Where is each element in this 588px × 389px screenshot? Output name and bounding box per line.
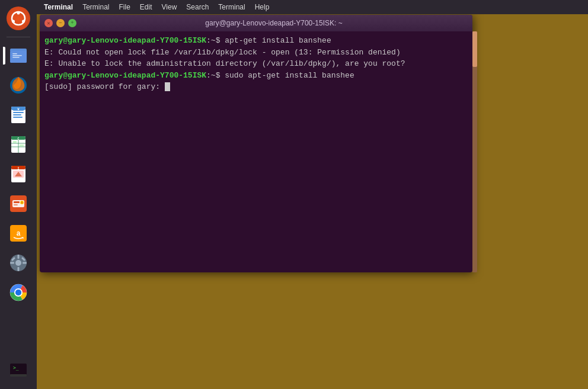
svg-rect-27: [13, 141, 17, 143]
svg-point-44: [15, 260, 21, 266]
terminal-cursor: [165, 82, 170, 91]
menu-item-terminal2[interactable]: Terminal: [213, 2, 250, 12]
taskbar: W C I: [0, 0, 37, 389]
svg-text:I: I: [17, 167, 19, 171]
taskbar-divider-1: [7, 37, 30, 37]
svg-text:W: W: [17, 108, 19, 111]
cmd-1: apt-get install banshee: [220, 36, 331, 45]
terminal-close-button[interactable]: ✕: [44, 19, 53, 27]
svg-rect-47: [10, 262, 14, 264]
amazon-icon: a: [8, 223, 29, 244]
terminal-scrollbar[interactable]: [472, 31, 477, 272]
svg-rect-17: [13, 114, 21, 115]
taskbar-icon-tools[interactable]: [5, 249, 32, 277]
terminal-line-5: [sudo] password for gary:: [44, 81, 468, 93]
svg-rect-48: [23, 262, 27, 264]
taskbar-icon-software[interactable]: A: [5, 190, 32, 217]
terminal-taskbar-icon: >_: [8, 360, 29, 381]
terminal-body[interactable]: gary@gary-Lenovo-ideapad-Y700-15ISK:~$ a…: [40, 31, 472, 272]
svg-point-1: [17, 12, 20, 15]
menu-item-edit[interactable]: Edit: [135, 2, 157, 12]
svg-rect-46: [18, 267, 20, 271]
terminal-maximize-button[interactable]: +: [68, 19, 76, 27]
svg-rect-18: [13, 117, 23, 118]
calc-icon: C: [8, 134, 29, 155]
menu-item-view[interactable]: View: [157, 2, 182, 12]
files-icon: [8, 45, 29, 66]
taskbar-icon-files[interactable]: [5, 42, 32, 69]
desktop: Terminal Terminal File Edit View Search …: [0, 0, 588, 389]
svg-text:A: A: [21, 201, 23, 205]
svg-rect-7: [12, 53, 17, 54]
svg-rect-28: [20, 144, 24, 146]
cmd-2: sudo apt-get install banshee: [220, 71, 354, 80]
terminal-line-1: gary@gary-Lenovo-ideapad-Y700-15ISK:~$ a…: [44, 35, 468, 47]
svg-rect-37: [14, 204, 18, 205]
terminal-scrollbar-thumb[interactable]: [472, 31, 477, 67]
chrome-icon: [8, 282, 29, 303]
firefox-icon: [8, 75, 29, 96]
taskbar-icon-firefox[interactable]: [5, 72, 32, 99]
terminal-line-2: E: Could not open lock file /var/lib/dpk…: [44, 47, 468, 59]
ubuntu-icon: [7, 7, 30, 30]
password-prompt-text: [sudo] password for gary:: [44, 82, 165, 91]
menu-item-search[interactable]: Search: [181, 2, 213, 12]
menu-bar: Terminal Terminal File Edit View Search …: [37, 0, 588, 14]
terminal-line-4: gary@gary-Lenovo-ideapad-Y700-15ISK:~$ s…: [44, 70, 468, 82]
prompt-symbol-1: :~$: [206, 36, 220, 45]
terminal-line-3: E: Unable to lock the administration dir…: [44, 58, 468, 70]
taskbar-icon-writer[interactable]: W: [5, 101, 32, 128]
taskbar-icon-calc[interactable]: C: [5, 131, 32, 158]
taskbar-icon-terminal[interactable]: >_: [5, 357, 32, 384]
svg-point-2: [12, 20, 15, 23]
ubuntu-logo-svg: [11, 11, 26, 26]
svg-rect-8: [12, 55, 22, 56]
svg-text:>_: >_: [13, 365, 19, 371]
software-icon: A: [8, 193, 29, 214]
writer-icon: W: [8, 104, 29, 126]
prompt-symbol-2: :~$: [206, 71, 220, 80]
svg-rect-16: [13, 112, 24, 113]
terminal-window: ✕ − + gary@gary-Lenovo-ideapad-Y700-15IS…: [40, 15, 472, 272]
prompt-user-1: gary@gary-Lenovo-ideapad-Y700-15ISK: [44, 36, 206, 45]
svg-point-3: [22, 20, 25, 23]
svg-rect-9: [12, 57, 20, 58]
prompt-user-2: gary@gary-Lenovo-ideapad-Y700-15ISK: [44, 71, 206, 80]
taskbar-icon-amazon[interactable]: a: [5, 220, 32, 247]
svg-rect-36: [14, 201, 20, 203]
terminal-titlebar: ✕ − + gary@gary-Lenovo-ideapad-Y700-15IS…: [40, 15, 472, 31]
svg-rect-45: [18, 255, 20, 259]
impress-icon: I: [8, 163, 29, 185]
menu-item-terminal[interactable]: Terminal: [78, 2, 114, 12]
taskbar-icon-ubuntu[interactable]: [5, 5, 32, 32]
menu-app-name: Terminal: [39, 3, 78, 11]
menu-item-file[interactable]: File: [114, 2, 135, 12]
tools-icon: [8, 252, 29, 274]
svg-rect-58: [10, 374, 27, 377]
terminal-title: gary@gary-Lenovo-ideapad-Y700-15ISK: ~: [80, 19, 468, 27]
svg-text:a: a: [16, 230, 20, 238]
taskbar-icon-chrome[interactable]: [5, 279, 32, 306]
terminal-minimize-button[interactable]: −: [56, 19, 65, 27]
svg-point-55: [15, 290, 21, 295]
taskbar-icon-impress[interactable]: I: [5, 160, 32, 188]
menu-item-help[interactable]: Help: [250, 2, 274, 12]
